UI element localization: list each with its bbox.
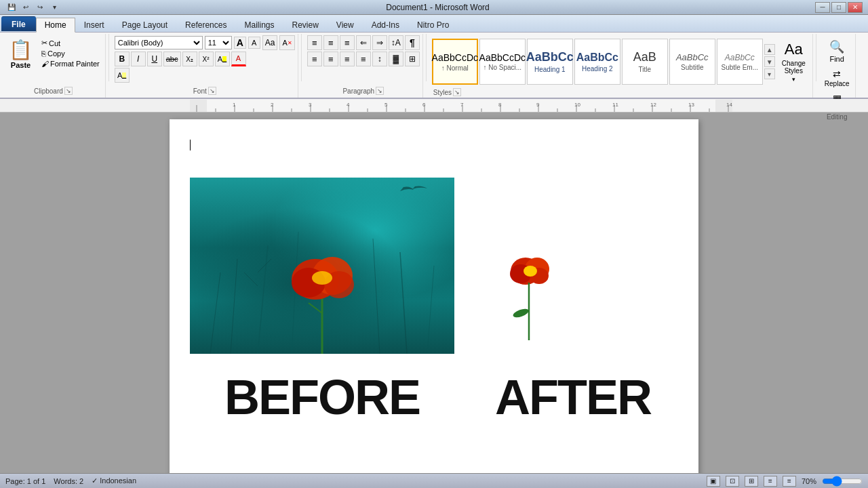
font-shrink-btn[interactable]: A: [248, 37, 260, 49]
change-case-btn[interactable]: Aa: [262, 35, 278, 50]
text-shading-btn[interactable]: A▁: [115, 68, 130, 83]
style-nospacing[interactable]: AaBbCcDc ↑ No Spaci...: [479, 39, 526, 85]
style-heading2[interactable]: AaBbCc Heading 2: [574, 39, 620, 85]
sort-btn[interactable]: ↕A: [389, 35, 403, 50]
change-styles-btn[interactable]: Aa Change Styles ▾: [778, 39, 810, 84]
undo-quick-btn[interactable]: ↩: [20, 2, 32, 13]
decrease-indent-btn[interactable]: ⇐: [356, 35, 371, 50]
style-subtitle[interactable]: AaBbCc Subtitle: [669, 39, 715, 85]
paragraph-group-label: Paragraph ↘: [307, 87, 420, 96]
tab-nitropro[interactable]: Nitro Pro: [408, 17, 458, 32]
tab-references[interactable]: References: [176, 17, 235, 32]
show-marks-btn[interactable]: ¶: [405, 35, 420, 50]
document-area[interactable]: BEFORE AFTER: [0, 113, 868, 473]
underline-btn[interactable]: U: [147, 52, 162, 66]
font-size-select[interactable]: 11: [205, 36, 232, 49]
svg-point-65: [524, 266, 537, 277]
font-expand-btn[interactable]: ↘: [208, 87, 216, 95]
style-normal[interactable]: AaBbCcDc ↑ Normal: [432, 39, 478, 85]
tab-pagelayout[interactable]: Page Layout: [113, 17, 176, 32]
style-title[interactable]: AaB Title: [622, 39, 668, 85]
font-grow-btn[interactable]: A: [234, 37, 246, 49]
copy-button[interactable]: ⎘ Copy: [39, 49, 102, 58]
tab-insert[interactable]: Insert: [75, 17, 113, 32]
subscript-btn[interactable]: X₂: [182, 52, 197, 66]
change-styles-area: Aa Change Styles ▾: [775, 35, 810, 98]
redo-quick-btn[interactable]: ↪: [34, 2, 46, 13]
find-label: Find: [829, 55, 844, 63]
minimize-btn[interactable]: ─: [815, 2, 830, 13]
italic-btn[interactable]: I: [131, 52, 146, 66]
close-btn[interactable]: ✕: [848, 2, 863, 13]
format-painter-button[interactable]: 🖌 Format Painter: [39, 59, 102, 68]
bullets-btn[interactable]: ≡: [307, 35, 322, 50]
increase-indent-btn[interactable]: ⇒: [372, 35, 387, 50]
align-center-btn[interactable]: ≡: [323, 52, 338, 66]
superscript-btn[interactable]: X²: [199, 52, 214, 66]
style-subtle-em[interactable]: AaBbCc Subtle Em...: [717, 39, 763, 85]
justify-btn[interactable]: ≡: [356, 52, 371, 66]
tab-mailings[interactable]: Mailings: [235, 17, 283, 32]
multilevel-btn[interactable]: ≡: [340, 35, 355, 50]
strikethrough-btn[interactable]: abc: [163, 52, 181, 66]
shading-btn[interactable]: ▓: [389, 52, 403, 66]
save-quick-btn[interactable]: 💾: [5, 2, 18, 13]
status-right: ▣ ⊡ ⊞ ≡ ≡ 70%: [707, 476, 863, 487]
svg-text:1: 1: [233, 102, 236, 108]
view-print-btn[interactable]: ▣: [707, 476, 720, 487]
tab-file[interactable]: File: [1, 16, 36, 31]
bold-btn[interactable]: B: [115, 52, 130, 66]
view-outline-btn[interactable]: ≡: [764, 476, 777, 487]
styles-scroll-more-btn[interactable]: ▾: [764, 68, 775, 79]
clipboard-content: 📋 Paste ✂ Cut ⎘ Copy 🖌 Format Painter: [4, 35, 102, 87]
ribbon-tabs: File Home Insert Page Layout References …: [0, 15, 868, 33]
tab-home[interactable]: Home: [36, 18, 75, 33]
view-fullscreen-btn[interactable]: ⊡: [726, 476, 739, 487]
style-title-label: Title: [639, 66, 652, 73]
svg-line-45: [210, 272, 220, 354]
language-indicator[interactable]: ✓ Indonesian: [92, 476, 136, 485]
style-h1-label: Heading 1: [534, 66, 566, 73]
align-left-btn[interactable]: ≡: [307, 52, 322, 66]
editing-group: 🔍 Find ⇄ Replace ▦ Select Editing: [819, 34, 856, 98]
text-cursor: [190, 140, 191, 150]
find-btn[interactable]: 🔍 Find: [822, 38, 852, 64]
cut-button[interactable]: ✂ Cut: [39, 38, 102, 48]
divider-3: [426, 34, 427, 81]
text-highlight-btn[interactable]: A▁: [215, 52, 230, 66]
para-controls: ≡ ≡ ≡ ⇐ ⇒ ↕A ¶ ≡ ≡ ≡ ≡ ↕ ▓ ⊞: [307, 35, 420, 66]
qa-dropdown-btn[interactable]: ▾: [48, 2, 60, 13]
svg-line-51: [427, 266, 434, 354]
window-controls: ─ □ ✕: [815, 2, 863, 13]
align-right-btn[interactable]: ≡: [340, 52, 355, 66]
view-web-btn[interactable]: ⊞: [745, 476, 758, 487]
font-name-select[interactable]: Calibri (Body): [115, 36, 203, 49]
clear-format-btn[interactable]: A✕: [279, 35, 294, 50]
paste-button[interactable]: 📋 Paste: [4, 35, 37, 73]
text-color-btn[interactable]: A: [231, 52, 246, 66]
find-icon: 🔍: [829, 39, 844, 54]
ribbon: 📋 Paste ✂ Cut ⎘ Copy 🖌 Format Painter C: [0, 33, 868, 99]
view-draft-btn[interactable]: ≡: [783, 476, 796, 487]
clipboard-expand-btn[interactable]: ↘: [64, 87, 73, 95]
zoom-slider[interactable]: [822, 478, 863, 485]
after-label: AFTER: [468, 369, 678, 425]
svg-text:7: 7: [460, 102, 464, 108]
line-spacing-btn[interactable]: ↕: [372, 52, 387, 66]
styles-scroll-down-btn[interactable]: ▼: [764, 56, 775, 67]
maximize-btn[interactable]: □: [831, 2, 846, 13]
paragraph-expand-btn[interactable]: ↘: [376, 87, 384, 95]
tab-addins[interactable]: Add-Ins: [363, 17, 408, 32]
numbering-btn[interactable]: ≡: [323, 35, 338, 50]
borders-btn[interactable]: ⊞: [405, 52, 420, 66]
clipboard-group-label: Clipboard ↘: [4, 87, 102, 96]
styles-scroll-up-btn[interactable]: ▲: [764, 44, 775, 55]
styles-group: AaBbCcDc ↑ Normal AaBbCcDc ↑ No Spaci...…: [429, 34, 813, 98]
document-page[interactable]: BEFORE AFTER: [170, 119, 698, 473]
styles-expand-btn[interactable]: ↘: [453, 88, 461, 96]
tab-review[interactable]: Review: [283, 17, 327, 32]
tab-view[interactable]: View: [328, 17, 363, 32]
style-heading1[interactable]: AaBbCc Heading 1: [527, 39, 573, 85]
replace-btn[interactable]: ⇄ Replace: [822, 67, 852, 89]
format-painter-icon: 🖌: [41, 60, 49, 68]
